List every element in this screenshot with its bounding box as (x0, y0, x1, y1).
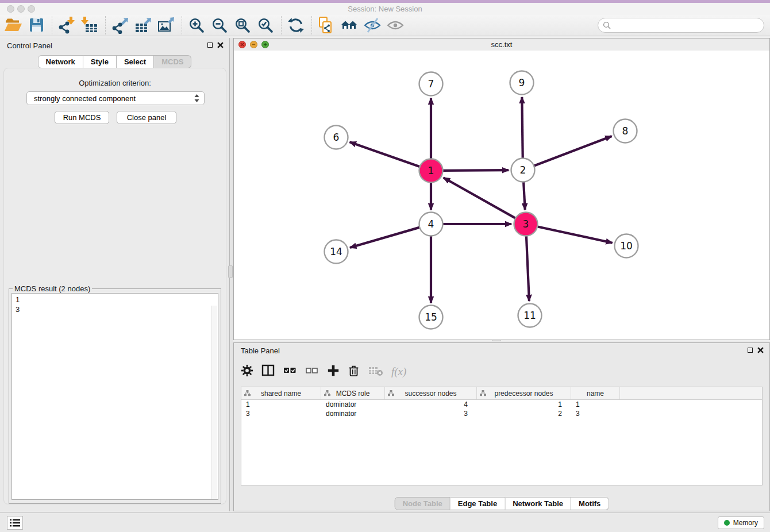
svg-text:8: 8 (622, 125, 629, 137)
table-tab-network-table[interactable]: Network Table (505, 497, 571, 510)
control-tab-mcds[interactable]: MCDS (154, 55, 191, 68)
table-panel: Table Panel (233, 342, 770, 511)
graph-node-14[interactable]: 14 (325, 240, 348, 264)
add-row-icon[interactable] (327, 364, 340, 379)
select-stepper-icon (193, 93, 201, 105)
graph-edge-1-6[interactable] (350, 142, 420, 167)
result-scrollbar[interactable] (211, 306, 217, 499)
column-header-successor-nodes[interactable]: successor nodes (385, 387, 477, 399)
network-canvas[interactable]: 7968124314101511 (234, 51, 769, 340)
column-header-MCDS-role[interactable]: MCDS role (321, 387, 385, 399)
column-header-predecessor-nodes[interactable]: predecessor nodes (477, 387, 571, 399)
graph-node-10[interactable]: 10 (615, 234, 638, 258)
close-panel-icon[interactable] (217, 42, 224, 48)
import-table-icon[interactable] (80, 16, 99, 35)
table-panel-tabs: Node TableEdge TableNetwork TableMotifs (395, 497, 609, 510)
table-tab-edge-table[interactable]: Edge Table (451, 497, 505, 510)
flatten-tree-icon (324, 390, 330, 396)
control-tab-network[interactable]: Network (38, 55, 83, 68)
vertical-splitter-handle[interactable] (228, 265, 233, 278)
graph-edge-3-11[interactable] (526, 236, 529, 301)
close-panel-button[interactable]: Close panel (117, 111, 176, 124)
zoom-in-icon[interactable] (187, 16, 206, 35)
graph-node-1[interactable]: 1 (419, 159, 443, 183)
table-tab-motifs[interactable]: Motifs (571, 497, 609, 510)
window-titlebar: Session: New Session (0, 3, 770, 16)
graph-node-8[interactable]: 8 (614, 119, 637, 143)
graph-edge-4-14[interactable] (350, 228, 419, 248)
control-panel-title: Control Panel (7, 41, 52, 50)
export-image-icon[interactable] (156, 16, 176, 35)
show-columns-icon[interactable] (261, 364, 275, 379)
graph-edge-2-9[interactable] (522, 97, 522, 158)
search-input[interactable] (613, 19, 764, 32)
refresh-icon[interactable] (286, 16, 306, 35)
save-session-icon[interactable] (26, 16, 46, 35)
graph-edge-2-8[interactable] (534, 136, 612, 166)
network-overview-icon[interactable] (340, 16, 359, 35)
graph-edge-3-1[interactable] (444, 178, 515, 218)
function-builder-icon[interactable]: f(x) (391, 365, 406, 378)
graph-edge-3-10[interactable] (538, 226, 613, 242)
mcds-result-group: MCDS result (2 nodes) 1 3 (9, 284, 221, 504)
graph-edge-1-2[interactable] (443, 170, 509, 171)
deselect-all-checkboxes-icon[interactable] (305, 364, 319, 379)
close-table-panel-icon[interactable] (757, 347, 764, 353)
graph-node-11[interactable]: 11 (518, 304, 542, 327)
column-header-shared-name[interactable]: shared name (241, 387, 321, 399)
delete-row-icon[interactable] (348, 364, 360, 380)
toolbar-separator (281, 16, 282, 34)
optimization-criterion-label: Optimization criterion: (4, 79, 226, 87)
memory-button[interactable]: Memory (718, 516, 764, 529)
control-tab-select[interactable]: Select (117, 55, 154, 68)
node-table-body: 1dominator4113dominator323 (241, 400, 762, 418)
graph-node-6[interactable]: 6 (325, 126, 348, 149)
task-history-button[interactable] (7, 516, 23, 530)
mcds-result-text[interactable]: 1 3 (11, 293, 218, 500)
control-panel-tabs: NetworkStyleSelectMCDS (38, 55, 192, 68)
column-header-name[interactable]: name (571, 387, 620, 399)
export-network-icon[interactable] (110, 16, 130, 35)
import-network-icon[interactable] (57, 16, 76, 35)
svg-text:14: 14 (330, 246, 342, 257)
flatten-tree-icon (480, 390, 486, 396)
zoom-out-icon[interactable] (210, 16, 229, 35)
float-panel-icon[interactable] (207, 43, 213, 48)
select-all-checkboxes-icon[interactable] (283, 364, 297, 379)
flatten-tree-icon (388, 390, 394, 396)
clone-network-icon[interactable] (317, 16, 336, 35)
graph-node-9[interactable]: 9 (510, 71, 534, 95)
graph-node-4[interactable]: 4 (419, 213, 443, 236)
run-mcds-button[interactable]: Run MCDS (55, 111, 109, 124)
svg-text:15: 15 (425, 311, 437, 323)
criterion-select[interactable]: strongly connected component (26, 91, 205, 105)
graph-node-3[interactable]: 3 (514, 213, 538, 236)
search-icon (603, 21, 611, 29)
mcds-result-title: MCDS result (2 nodes) (13, 284, 92, 293)
float-table-panel-icon[interactable] (748, 348, 753, 353)
control-tab-style[interactable]: Style (83, 55, 117, 68)
table-tab-node-table[interactable]: Node Table (395, 497, 451, 510)
table-panel-title: Table Panel (241, 346, 280, 355)
toolbar-separator (182, 16, 182, 34)
svg-text:11: 11 (523, 310, 536, 321)
open-session-icon[interactable] (3, 16, 23, 35)
control-panel: Control Panel NetworkStyleSelectMCDS Opt… (0, 38, 230, 511)
zoom-fit-icon[interactable] (233, 16, 252, 35)
export-table-icon[interactable] (133, 16, 153, 35)
toolbar-separator (311, 16, 312, 34)
network-window-titlebar[interactable]: scc.txt (234, 38, 769, 51)
table-row[interactable]: 1dominator411 (241, 400, 762, 409)
table-options-icon[interactable] (241, 364, 253, 379)
delete-table-icon[interactable] (368, 364, 383, 379)
table-row[interactable]: 3dominator323 (241, 409, 762, 418)
graph-node-2[interactable]: 2 (511, 159, 535, 182)
zoom-selected-icon[interactable] (256, 16, 275, 35)
svg-text:1: 1 (428, 165, 434, 176)
graph-node-7[interactable]: 7 (419, 72, 443, 96)
graph-node-15[interactable]: 15 (419, 306, 443, 329)
graph-edge-2-3[interactable] (523, 182, 525, 210)
show-graphics-details-icon[interactable] (386, 16, 405, 35)
hide-graphics-details-icon[interactable] (363, 16, 382, 35)
search-field[interactable] (598, 18, 764, 33)
